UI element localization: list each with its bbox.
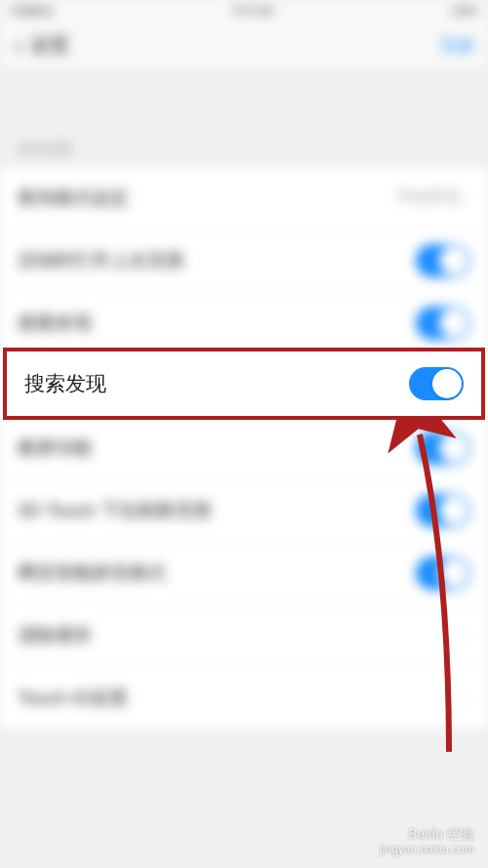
row-search-discover-bg[interactable]: 搜索发现 [0,292,488,354]
chevron-right-icon: › [466,689,470,706]
section-header: 基本设置 [0,129,488,166]
watermark-url: jingyan.baidu.com [380,843,474,856]
toggle-switch[interactable] [416,244,470,277]
chevron-right-icon: › [466,189,470,206]
row-label: 夜间模式设定 [18,186,129,211]
row-night-mode[interactable]: 夜间模式设定 手动开启 › [0,167,488,229]
nav-back[interactable]: ‹ 设置 [15,32,69,60]
settings-list: 夜间模式设定 手动开启 › 启动时打开上次页面 搜索发现 小窗口视频 横屏功能 … [0,166,488,729]
row-label: 网页智能拼页模式 [18,560,166,586]
row-value: 手动开启 › [397,187,470,208]
row-clear-cache[interactable]: 清除缓存 › [0,604,488,667]
toggle-switch[interactable] [416,307,470,340]
row-label: 横屏功能 [18,435,92,461]
nav-title: 设置 [30,32,69,59]
toggle-switch[interactable] [416,494,470,527]
watermark-brand: Baidu 经验 [380,826,474,843]
nav-bar: ‹ 设置 完成 [0,21,488,70]
row-label: 搜索发现 [18,310,92,336]
carrier-text: 中国移动 [10,4,53,19]
chevron-right-icon: › [466,627,470,643]
row-label: Touch ID设置 [18,685,128,711]
battery-text: 100% [451,5,478,17]
highlight-search-discover-row[interactable]: 搜索发现 [3,348,485,420]
toggle-switch[interactable] [409,367,464,400]
row-restore-pages[interactable]: 启动时打开上次页面 [0,229,488,292]
row-3d-touch[interactable]: 3D Touch 下拉刷新页面 [0,479,488,542]
time-text: 下午3:00 [230,4,272,19]
row-label: 3D Touch 下拉刷新页面 [18,498,212,523]
row-label: 搜索发现 [24,370,106,397]
row-touch-id[interactable]: Touch ID设置 › [0,667,488,729]
chevron-left-icon: ‹ [15,32,22,60]
row-label: 清除缓存 [18,623,92,648]
status-bar: 中国移动 下午3:00 100% [0,0,488,21]
row-smart-paging[interactable]: 网页智能拼页模式 [0,542,488,604]
row-landscape[interactable]: 横屏功能 [0,417,488,479]
watermark: Baidu 经验 jingyan.baidu.com [380,826,474,856]
nav-done-button[interactable]: 完成 [440,34,473,57]
row-label: 启动时打开上次页面 [18,248,184,273]
toggle-switch[interactable] [416,432,470,465]
toggle-switch[interactable] [416,557,470,590]
